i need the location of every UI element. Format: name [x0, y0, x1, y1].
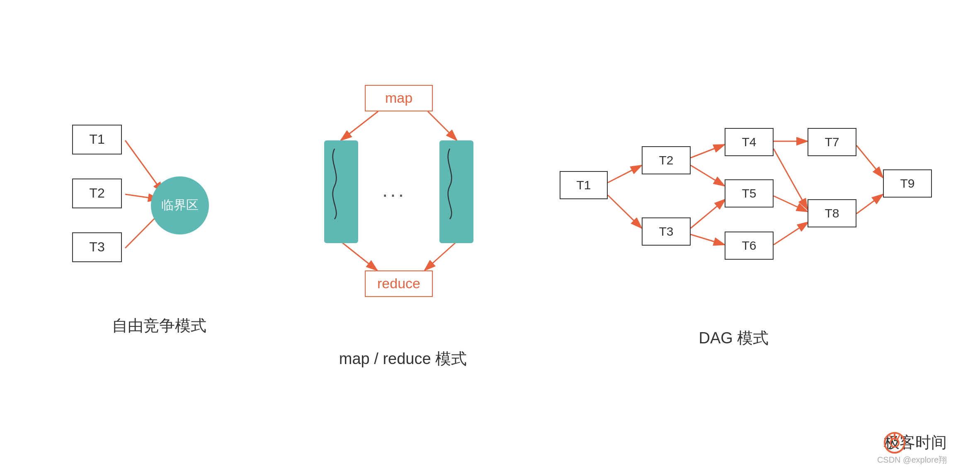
diagram1-canvas: T1 T2 T3 临界区	[64, 112, 255, 294]
svg-line-6	[428, 111, 457, 140]
svg-line-11	[608, 195, 642, 228]
dag-t4: T4	[725, 128, 774, 156]
dag-t3: T3	[642, 217, 691, 246]
svg-line-1	[125, 140, 163, 193]
svg-line-7	[341, 241, 377, 270]
dag-t7: T7	[808, 128, 856, 156]
box-t3: T3	[72, 232, 122, 262]
box-t1: T1	[72, 125, 122, 154]
diagram3-section: T1 T2 T3 T4 T5 T6 T7 T8 T9 DAG 模式	[551, 100, 916, 349]
svg-line-17	[774, 149, 808, 210]
diagram1-section: T1 T2 T3 临界区 自由竞争模式	[64, 112, 255, 336]
dag-t8: T8	[808, 199, 856, 227]
dag-t6: T6	[725, 232, 774, 260]
critical-section-circle: 临界区	[151, 176, 209, 234]
svg-line-20	[856, 145, 883, 178]
diagram2-canvas: map ... reduce	[316, 79, 490, 328]
svg-line-19	[774, 222, 808, 245]
watermark: 极客时间	[884, 432, 947, 453]
csdn-label: CSDN @explore翔	[877, 454, 947, 466]
svg-line-18	[774, 196, 808, 212]
svg-line-21	[856, 194, 883, 214]
left-column	[324, 140, 358, 243]
svg-line-5	[341, 111, 378, 140]
svg-line-14	[691, 199, 725, 228]
main-container: T1 T2 T3 临界区 自由竞争模式	[0, 0, 980, 473]
svg-line-15	[691, 234, 725, 245]
svg-line-10	[608, 165, 642, 183]
diagram2-label: map / reduce 模式	[339, 348, 467, 369]
dag-t2: T2	[642, 146, 691, 174]
diagram3-canvas: T1 T2 T3 T4 T5 T6 T7 T8 T9	[551, 100, 916, 307]
svg-line-12	[691, 145, 725, 158]
dag-t9: T9	[883, 169, 932, 198]
box-t2: T2	[72, 179, 122, 208]
svg-line-13	[691, 165, 725, 186]
diagram1-label: 自由竞争模式	[112, 315, 206, 336]
wave-right	[439, 140, 460, 223]
dots: ...	[382, 179, 406, 201]
dag-t5: T5	[725, 179, 774, 208]
diagram3-label: DAG 模式	[699, 328, 769, 349]
reduce-box: reduce	[365, 270, 433, 297]
right-column	[439, 140, 473, 243]
map-box: map	[365, 85, 433, 111]
svg-line-8	[425, 241, 457, 270]
watermark-text: 极客时间	[884, 432, 947, 453]
wave-left	[324, 140, 345, 223]
dag-t1: T1	[560, 171, 608, 199]
diagram2-section: map ... reduce map / reduce 模式	[316, 79, 490, 369]
